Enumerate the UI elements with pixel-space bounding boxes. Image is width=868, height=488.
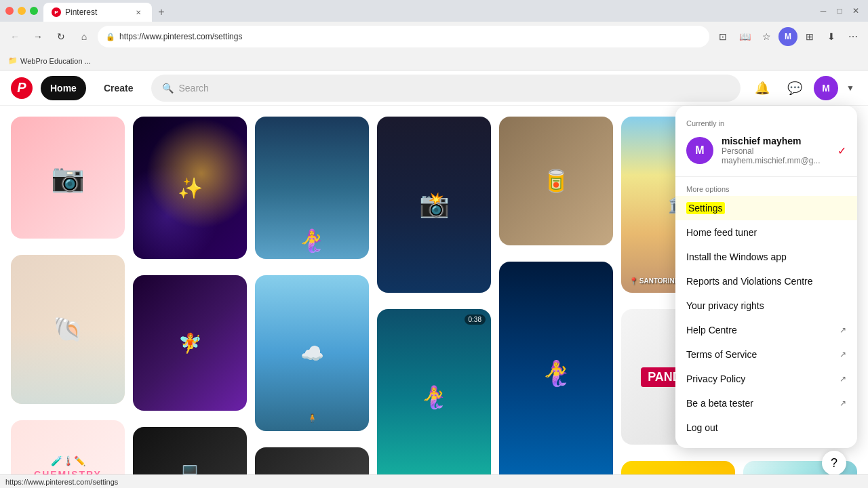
pin-column-4: 📸 0:38 🧜‍♀️	[377, 117, 491, 474]
more-options-label: More options	[675, 182, 857, 196]
beta-tester-label: Be a beta tester	[686, 398, 753, 409]
pin-card[interactable]: ✨	[133, 117, 247, 259]
settings-label: Settings	[686, 203, 725, 214]
create-nav-button[interactable]: Create	[94, 76, 143, 100]
window-restore-btn[interactable]: □	[833, 4, 846, 18]
tab-close-button[interactable]: ✕	[133, 7, 144, 18]
dropdown-privacy-policy[interactable]: Privacy Policy ↗	[675, 367, 857, 391]
lock-icon: 🔒	[106, 33, 115, 41]
tab-bar: P Pinterest ✕ +	[43, 0, 806, 22]
dropdown-install-windows[interactable]: Install the Windows app	[675, 245, 857, 269]
logout-label: Log out	[686, 422, 718, 433]
status-bar: https://www.pinterest.com/settings	[0, 474, 868, 488]
messages-button[interactable]: 💬	[781, 75, 808, 102]
bookmark-icon: 📁	[8, 56, 18, 65]
account-dropdown-menu: Currently in M mischief mayhem Personal …	[675, 106, 857, 448]
reports-label: Reports and Violations Centre	[686, 276, 813, 287]
privacy-rights-label: Your privacy rights	[686, 300, 764, 311]
pin-card[interactable]: 💻	[133, 427, 247, 474]
downloads-btn[interactable]: ⬇	[822, 27, 841, 46]
minimize-button[interactable]	[18, 7, 26, 15]
dropdown-beta-tester[interactable]: Be a beta tester ↗	[675, 391, 857, 415]
pin-card[interactable]: 🐚	[11, 255, 125, 404]
checkmark-icon: ✓	[837, 144, 846, 157]
active-tab[interactable]: P Pinterest ✕	[43, 3, 152, 22]
refresh-button[interactable]: ↻	[52, 27, 71, 46]
chemistry-text: CHEMISTRY	[34, 469, 102, 474]
favorites-btn[interactable]: ☆	[757, 27, 776, 46]
screen-capture-btn[interactable]: ⊡	[713, 27, 732, 46]
dropdown-user-type: Personal	[722, 146, 829, 156]
address-input[interactable]: 🔒 https://www.pinterest.com/settings	[98, 26, 709, 47]
address-text: https://www.pinterest.com/settings	[119, 32, 242, 41]
dropdown-user-item[interactable]: M mischief mayhem Personal mayhem.mischi…	[675, 130, 857, 171]
pin-column-3: 🧜‍♀️ ☁️ 🧍 🎧	[255, 117, 369, 474]
pin-card[interactable]: 📷	[11, 117, 125, 239]
account-dropdown-arrow[interactable]: ▼	[844, 81, 857, 95]
dropdown-divider-1	[675, 176, 857, 177]
privacy-policy-label: Privacy Policy	[686, 373, 745, 384]
pinterest-logo[interactable]: P	[11, 77, 33, 99]
pinterest-header: P Home Create 🔍 Search 🔔 💬 M ▼	[0, 70, 868, 106]
dropdown-help-centre[interactable]: Help Centre ↗	[675, 318, 857, 342]
browser-frame: P Pinterest ✕ + ─ □ ✕ ← → ↻ ⌂ 🔒 https://…	[0, 0, 868, 488]
title-bar: P Pinterest ✕ + ─ □ ✕	[0, 0, 868, 22]
pin-card[interactable]: 🧜‍♀️	[255, 117, 369, 259]
pin-card-chemistry[interactable]: 🧪🌡️✏️ CHEMISTRY	[11, 420, 125, 474]
currently-in-label: Currently in	[675, 114, 857, 130]
dropdown-logout[interactable]: Log out	[675, 415, 857, 440]
extensions-btn[interactable]: ⊞	[800, 27, 819, 46]
forward-button[interactable]: →	[28, 27, 47, 46]
header-actions: 🔔 💬 M ▼	[749, 75, 857, 102]
pin-column-5: 🥫 🧜‍♀️	[499, 117, 613, 474]
external-link-icon: ↗	[840, 325, 846, 335]
tab-title: Pinterest	[65, 7, 129, 17]
dropdown-user-email: mayhem.mischief.mm@g...	[722, 156, 829, 165]
notifications-button[interactable]: 🔔	[749, 75, 776, 102]
pin-card[interactable]: 🧚	[133, 275, 247, 411]
pinterest-page: P Home Create 🔍 Search 🔔 💬 M ▼	[0, 70, 868, 474]
dropdown-reports[interactable]: Reports and Violations Centre	[675, 269, 857, 293]
back-button[interactable]: ←	[5, 27, 24, 46]
new-tab-button[interactable]: +	[152, 3, 171, 22]
dropdown-terms[interactable]: Terms of Service ↗	[675, 342, 857, 367]
dropdown-avatar: M	[686, 137, 713, 164]
pin-card[interactable]: 🐝	[621, 461, 735, 474]
search-placeholder: Search	[179, 83, 209, 94]
pin-card[interactable]: 0:38 🧜‍♀️	[377, 309, 491, 474]
help-bubble[interactable]: ?	[822, 451, 846, 474]
external-link-icon: ↗	[840, 399, 846, 408]
dropdown-settings[interactable]: Settings	[675, 196, 857, 220]
dropdown-user-info: mischief mayhem Personal mayhem.mischief…	[722, 136, 829, 165]
terms-label: Terms of Service	[686, 349, 757, 360]
window-controls	[5, 7, 38, 15]
browser-menu-btn[interactable]: ⋯	[844, 27, 863, 46]
pin-card[interactable]: 📸	[377, 117, 491, 293]
bookmarks-bar: 📁 WebPro Education ...	[0, 52, 868, 70]
maximize-button[interactable]	[30, 7, 38, 15]
external-link-icon: ↗	[840, 374, 846, 384]
install-windows-label: Install the Windows app	[686, 251, 787, 262]
user-avatar[interactable]: M	[814, 76, 838, 100]
pin-card[interactable]: 🧜‍♀️	[499, 262, 613, 474]
bookmark-webpro[interactable]: 📁 WebPro Education ...	[5, 55, 94, 66]
reader-mode-btn[interactable]: 📖	[735, 27, 754, 46]
pin-column-2: ✨ 🧚 💻	[133, 117, 247, 474]
search-bar[interactable]: 🔍 Search	[151, 75, 741, 102]
close-button[interactable]	[5, 7, 14, 15]
pin-card[interactable]: ☁️ 🧍	[255, 275, 369, 431]
home-button[interactable]: ⌂	[75, 27, 94, 46]
pin-card[interactable]: 🥫	[499, 117, 613, 245]
dropdown-home-feed-tuner[interactable]: Home feed tuner	[675, 220, 857, 245]
pin-card[interactable]: 🎧	[255, 447, 369, 474]
external-link-icon: ↗	[840, 350, 846, 359]
window-close-btn[interactable]: ✕	[849, 4, 863, 18]
dropdown-privacy-rights[interactable]: Your privacy rights	[675, 293, 857, 318]
address-bar: ← → ↻ ⌂ 🔒 https://www.pinterest.com/sett…	[0, 22, 868, 52]
help-centre-label: Help Centre	[686, 325, 737, 336]
window-minimize-btn[interactable]: ─	[816, 4, 830, 18]
browser-actions: ⊡ 📖 ☆ M ⊞ ⬇ ⋯	[713, 27, 863, 46]
dropdown-user-name: mischief mayhem	[722, 136, 829, 146]
browser-profile-btn[interactable]: M	[778, 27, 797, 46]
home-nav-button[interactable]: Home	[41, 76, 86, 100]
